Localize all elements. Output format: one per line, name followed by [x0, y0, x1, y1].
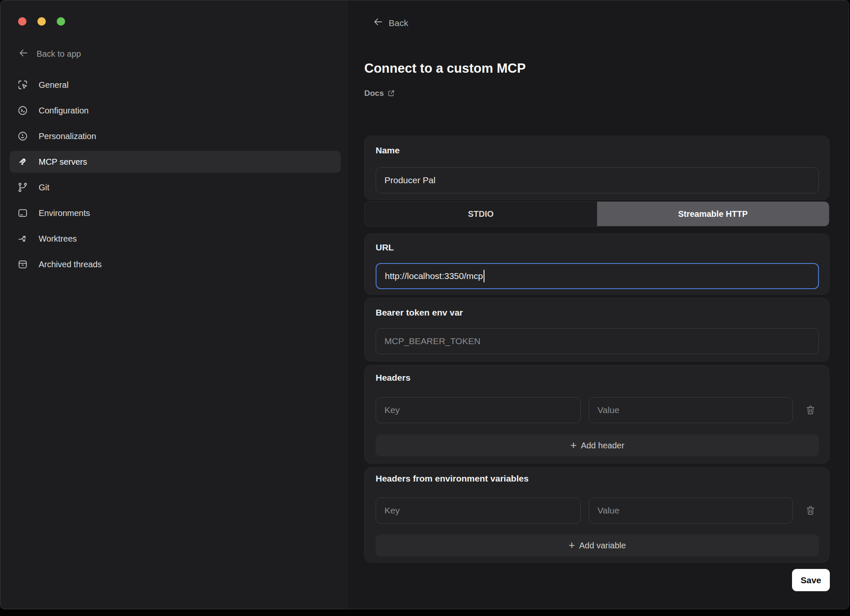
cursor-select-icon — [17, 79, 28, 90]
save-button[interactable]: Save — [792, 569, 830, 591]
back-label: Back — [389, 18, 408, 28]
sidebar-item-mcp-servers[interactable]: MCP servers — [10, 151, 341, 173]
url-input[interactable]: http://localhost:3350/mcp — [376, 263, 819, 289]
url-label: URL — [376, 242, 394, 253]
environment-window-icon — [17, 208, 28, 218]
bearer-token-input[interactable] — [376, 328, 819, 354]
back-to-app-button[interactable]: Back to app — [18, 47, 81, 61]
plus-icon: + — [568, 540, 575, 550]
plus-icon: + — [570, 440, 576, 450]
external-link-icon — [387, 90, 395, 97]
sidebar-item-label: Environments — [39, 208, 90, 218]
add-variable-button[interactable]: + Add variable — [376, 534, 819, 556]
sidebar-item-environments[interactable]: Environments — [10, 202, 341, 224]
bearer-token-label: Bearer token env var — [376, 308, 463, 318]
trash-icon — [805, 405, 816, 416]
add-variable-label: Add variable — [579, 541, 626, 550]
delete-header-button[interactable] — [803, 403, 818, 417]
sidebar-item-general[interactable]: General — [10, 74, 341, 96]
text-caret — [484, 270, 484, 282]
sidebar-item-configuration[interactable]: Configuration — [10, 100, 341, 121]
back-arrow-icon — [373, 16, 384, 29]
env-key-input[interactable] — [376, 498, 581, 524]
minimize-button[interactable] — [37, 17, 46, 26]
back-button[interactable]: Back — [373, 16, 408, 29]
sidebar-item-git[interactable]: Git — [10, 176, 341, 198]
settings-window: Back to app General Configuration Person… — [0, 0, 849, 609]
back-to-app-label: Back to app — [37, 49, 81, 59]
env-headers-section: Headers from environment variables + Add… — [364, 467, 829, 563]
sidebar: Back to app General Configuration Person… — [0, 0, 349, 609]
worktree-split-icon — [17, 233, 28, 244]
terminal-circle-icon — [17, 105, 28, 116]
segment-streamable-http[interactable]: Streamable HTTP — [597, 202, 829, 226]
personalization-dial-icon — [17, 131, 28, 142]
traffic-lights — [18, 17, 65, 26]
sidebar-item-archived-threads[interactable]: Archived threads — [10, 253, 341, 275]
close-button[interactable] — [18, 17, 26, 26]
add-header-label: Add header — [581, 441, 624, 450]
bearer-token-section: Bearer token env var — [364, 298, 829, 361]
back-arrow-icon — [18, 47, 29, 61]
page-title: Connect to a custom MCP — [364, 61, 526, 76]
add-header-button[interactable]: + Add header — [376, 434, 819, 456]
zoom-button[interactable] — [57, 17, 65, 26]
name-label: Name — [376, 145, 400, 155]
url-section: URL http://localhost:3350/mcp — [364, 234, 829, 295]
transport-segmented-control: STDIO Streamable HTTP — [364, 201, 829, 226]
name-input[interactable] — [376, 167, 819, 193]
sidebar-item-label: MCP servers — [39, 157, 87, 167]
env-headers-label: Headers from environment variables — [376, 474, 529, 484]
docs-label: Docs — [364, 89, 384, 98]
delete-variable-button[interactable] — [803, 503, 818, 518]
sidebar-item-personalization[interactable]: Personalization — [10, 125, 341, 147]
sidebar-item-label: Configuration — [39, 106, 89, 116]
env-value-input[interactable] — [589, 498, 793, 524]
header-key-input[interactable] — [376, 397, 581, 423]
sidebar-nav: General Configuration Personalization MC… — [10, 74, 341, 275]
segment-stdio[interactable]: STDIO — [365, 202, 597, 226]
git-branch-icon — [17, 182, 28, 193]
headers-section: Headers + Add header — [364, 365, 829, 463]
name-section: Name — [364, 136, 829, 200]
mcp-logo-icon — [17, 156, 28, 167]
sidebar-item-label: Worktrees — [39, 234, 77, 244]
sidebar-item-label: Git — [39, 183, 50, 192]
docs-link[interactable]: Docs — [364, 89, 395, 98]
sidebar-item-worktrees[interactable]: Worktrees — [10, 228, 341, 250]
sidebar-item-label: General — [39, 80, 68, 90]
main-panel: Back Connect to a custom MCP Docs Name S… — [349, 0, 849, 609]
sidebar-item-label: Personalization — [39, 132, 96, 141]
archive-box-icon — [17, 259, 28, 270]
sidebar-item-label: Archived threads — [39, 260, 102, 269]
headers-label: Headers — [376, 373, 411, 383]
url-value: http://localhost:3350/mcp — [385, 271, 483, 281]
header-value-input[interactable] — [589, 397, 793, 423]
trash-icon — [805, 505, 816, 516]
